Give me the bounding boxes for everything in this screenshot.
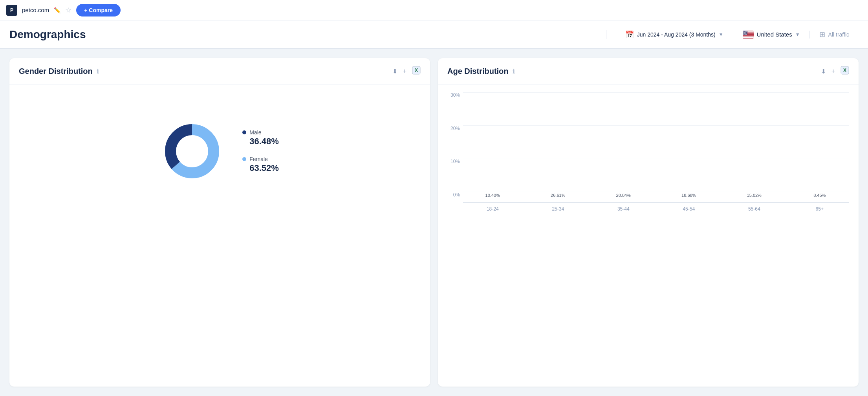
browser-bar: P petco.com ✏️ ☆ + Compare xyxy=(0,0,868,20)
country-chevron-icon: ▼ xyxy=(795,32,800,37)
site-name-label: petco.com xyxy=(22,7,49,13)
site-favicon: P xyxy=(6,5,17,16)
date-range-selector[interactable]: 📅 Jun 2024 - Aug 2024 (3 Months) ▼ xyxy=(616,30,733,39)
bar-value-label-45-54: 18.68% xyxy=(681,193,696,198)
x-label-55-64: 55-64 xyxy=(725,206,784,212)
country-selector[interactable]: ★★★★★ ★★★★ ★★★★★ ★★★★ ★★★★★ United State… xyxy=(733,31,810,38)
y-label-10: 10% xyxy=(447,159,460,164)
compare-button[interactable]: + Compare xyxy=(76,4,121,16)
female-legend-item: Female 63.52% xyxy=(242,156,279,173)
header-controls: 📅 Jun 2024 - Aug 2024 (3 Months) ▼ xyxy=(606,30,859,39)
x-label-35-44: 35-44 xyxy=(594,206,653,212)
gender-card-title: Gender Distribution xyxy=(19,67,93,76)
bar-group-18-24: 10.40% xyxy=(463,193,522,199)
bar-group-65+: 8.45% xyxy=(790,193,850,199)
x-labels: 18-2425-3435-4445-5455-6465+ xyxy=(463,206,849,212)
traffic-icon: ⊞ xyxy=(819,30,825,39)
female-label: Female xyxy=(249,156,268,162)
traffic-selector[interactable]: ⊞ All traffic xyxy=(810,30,859,39)
y-label-30: 30% xyxy=(447,92,460,98)
date-chevron-icon: ▼ xyxy=(719,32,723,37)
age-add-icon[interactable]: + xyxy=(831,68,835,75)
male-legend-item: Male 36.48% xyxy=(242,129,279,147)
y-axis: 30% 20% 10% 0% xyxy=(447,92,463,212)
bar-group-25-34: 26.61% xyxy=(529,193,588,199)
bars-with-yaxis: 30% 20% 10% 0% xyxy=(447,92,849,212)
age-card-actions: ⬇ + X xyxy=(821,66,849,76)
y-label-20: 20% xyxy=(447,126,460,131)
svg-text:★: ★ xyxy=(746,33,747,35)
svg-text:X: X xyxy=(843,68,846,73)
bars-area: 10.40%26.61%20.84%18.68%15.02%8.45% 18-2… xyxy=(463,92,849,212)
gender-add-icon[interactable]: + xyxy=(403,68,407,75)
grid-lines xyxy=(463,92,849,191)
gender-download-icon[interactable]: ⬇ xyxy=(392,68,397,75)
bar-group-55-64: 15.02% xyxy=(725,193,784,199)
edit-icon[interactable]: ✏️ xyxy=(54,7,60,13)
x-label-25-34: 25-34 xyxy=(529,206,588,212)
age-info-icon[interactable]: ℹ xyxy=(513,68,515,75)
y-label-0: 0% xyxy=(447,192,460,198)
gender-card-header: Gender Distribution ℹ ⬇ + X xyxy=(9,58,430,84)
svg-point-41 xyxy=(176,136,208,167)
age-excel-icon[interactable]: X xyxy=(841,66,849,76)
x-label-18-24: 18-24 xyxy=(463,206,522,212)
female-dot xyxy=(242,157,246,161)
gender-card-actions: ⬇ + X xyxy=(392,66,421,76)
calendar-icon: 📅 xyxy=(625,30,634,39)
bar-group-35-44: 20.84% xyxy=(594,193,653,199)
gender-info-icon[interactable]: ℹ xyxy=(97,68,99,75)
gender-donut-chart xyxy=(161,120,223,183)
age-download-icon[interactable]: ⬇ xyxy=(821,68,826,75)
gender-legend: Male 36.48% Female 63.52% xyxy=(242,129,279,173)
age-distribution-card: Age Distribution ℹ ⬇ + X 30% 20% xyxy=(438,58,859,387)
male-label: Male xyxy=(249,129,261,136)
svg-rect-11 xyxy=(743,37,754,38)
svg-rect-12 xyxy=(743,38,754,38)
main-content: Gender Distribution ℹ ⬇ + X xyxy=(0,49,868,396)
x-label-45-54: 45-54 xyxy=(659,206,719,212)
page-title: Demographics xyxy=(9,28,606,41)
age-chart-area: 30% 20% 10% 0% xyxy=(447,92,849,212)
traffic-label: All traffic xyxy=(828,31,849,38)
gender-excel-icon[interactable]: X xyxy=(412,66,421,76)
male-value: 36.48% xyxy=(242,136,279,147)
bar-value-label-35-44: 20.84% xyxy=(616,193,631,198)
grid-line-10 xyxy=(463,158,849,158)
gender-card-body: Male 36.48% Female 63.52% xyxy=(9,84,430,218)
grid-line-20 xyxy=(463,125,849,126)
bar-group-45-54: 18.68% xyxy=(659,193,719,199)
female-value: 63.52% xyxy=(242,163,279,173)
bar-value-label-55-64: 15.02% xyxy=(747,193,762,198)
favorite-icon[interactable]: ☆ xyxy=(65,6,71,15)
svg-rect-8 xyxy=(743,35,754,36)
svg-text:X: X xyxy=(415,68,418,73)
grid-line-30 xyxy=(463,92,849,93)
header-row: Demographics 📅 Jun 2024 - Aug 2024 (3 Mo… xyxy=(0,20,868,49)
gender-distribution-card: Gender Distribution ℹ ⬇ + X xyxy=(9,58,430,387)
country-label: United States xyxy=(757,31,792,38)
male-dot xyxy=(242,130,246,134)
grid-line-0 xyxy=(463,191,849,191)
bar-value-label-25-34: 26.61% xyxy=(551,193,565,198)
bars-container: 10.40%26.61%20.84%18.68%15.02%8.45% xyxy=(463,92,849,203)
us-flag-icon: ★★★★★ ★★★★ ★★★★★ ★★★★ ★★★★★ xyxy=(743,31,754,38)
bar-value-label-18-24: 10.40% xyxy=(485,193,500,198)
age-card-body: 30% 20% 10% 0% xyxy=(438,84,859,218)
bar-value-label-65+: 8.45% xyxy=(813,193,826,198)
date-range-label: Jun 2024 - Aug 2024 (3 Months) xyxy=(637,31,716,38)
svg-rect-10 xyxy=(743,37,754,37)
age-card-header: Age Distribution ℹ ⬇ + X xyxy=(438,58,859,84)
svg-rect-9 xyxy=(743,36,754,37)
x-label-65+: 65+ xyxy=(790,206,850,212)
age-card-title: Age Distribution xyxy=(447,67,509,76)
